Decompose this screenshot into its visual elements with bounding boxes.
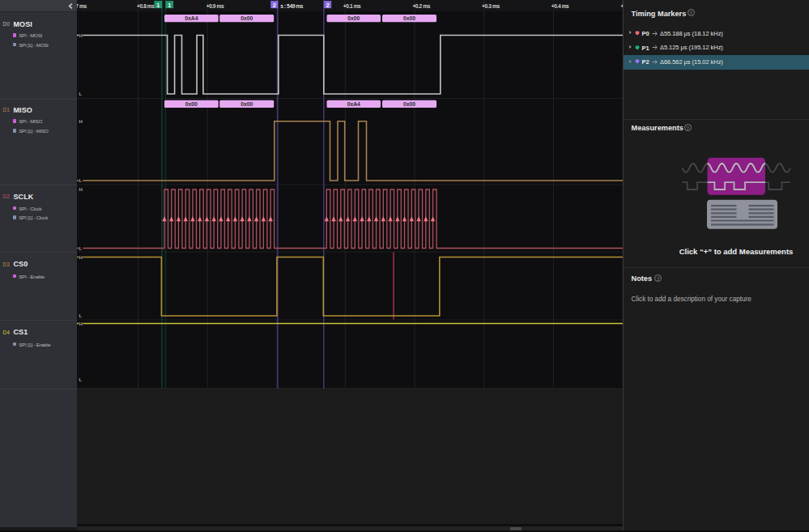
svg-text:H: H bbox=[79, 255, 83, 260]
svg-text:s : 549 ms: s : 549 ms bbox=[280, 3, 304, 9]
svg-text:0x00: 0x00 bbox=[403, 101, 415, 107]
svg-text:H: H bbox=[79, 187, 83, 192]
svg-text:H: H bbox=[79, 321, 83, 326]
svg-text:0xA4: 0xA4 bbox=[185, 15, 198, 21]
svg-text:0x00: 0x00 bbox=[347, 15, 360, 21]
svg-text:2: 2 bbox=[326, 2, 330, 8]
svg-text:H: H bbox=[79, 33, 83, 38]
svg-text:+0.8 ms: +0.8 ms bbox=[137, 3, 155, 9]
svg-text:+0.2 ms: +0.2 ms bbox=[412, 3, 430, 9]
svg-text:H: H bbox=[79, 119, 83, 124]
svg-text:+0.1 ms: +0.1 ms bbox=[343, 3, 361, 9]
svg-text:0x00: 0x00 bbox=[241, 101, 253, 107]
svg-text:L: L bbox=[79, 178, 83, 183]
svg-text:0x00: 0x00 bbox=[403, 15, 415, 21]
svg-text:0x00: 0x00 bbox=[241, 15, 253, 21]
svg-text:+0.7 ms: +0.7 ms bbox=[77, 3, 87, 9]
svg-text:L: L bbox=[79, 377, 83, 382]
svg-text:+0.3 ms: +0.3 ms bbox=[482, 3, 500, 9]
svg-text:1: 1 bbox=[168, 2, 171, 8]
svg-text:0x00: 0x00 bbox=[185, 101, 198, 107]
svg-text:1: 1 bbox=[156, 2, 160, 8]
svg-text:+0.9 ms: +0.9 ms bbox=[207, 3, 224, 9]
svg-text:L: L bbox=[79, 246, 83, 251]
svg-text:0xA4: 0xA4 bbox=[347, 101, 360, 107]
svg-text:L: L bbox=[79, 92, 83, 96]
svg-text:L: L bbox=[79, 313, 83, 318]
svg-text:+0.4 ms: +0.4 ms bbox=[551, 3, 569, 9]
svg-text:2: 2 bbox=[273, 2, 276, 8]
